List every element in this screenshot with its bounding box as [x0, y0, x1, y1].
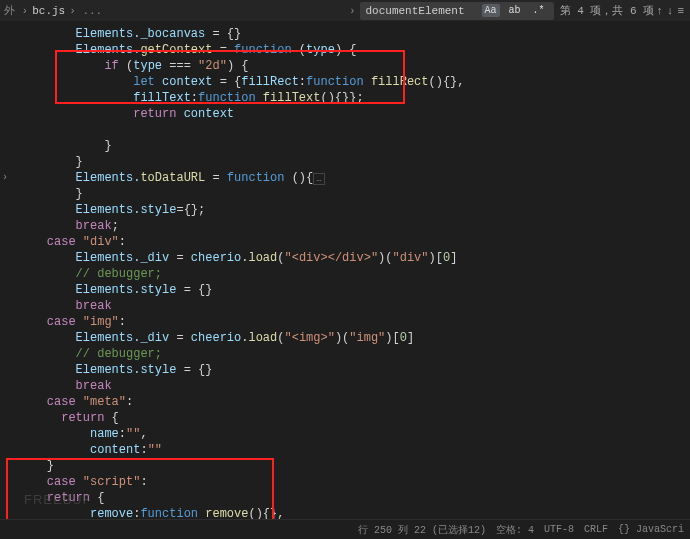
fold-arrow-icon[interactable]: › [2, 170, 8, 186]
chevron-right-icon: › [349, 5, 356, 17]
find-widget: Aa ab .* [360, 2, 554, 20]
breadcrumb-prefix: 外 › [4, 3, 28, 18]
regex-icon[interactable]: .* [530, 4, 548, 17]
status-cursor-pos[interactable]: 行 250 列 22 (已选择12) [358, 523, 486, 537]
code-text: Elements. [18, 27, 140, 41]
breadcrumb-suffix: › ... [69, 5, 102, 17]
statusbar: 行 250 列 22 (已选择12) 空格: 4 UTF-8 CRLF {} J… [0, 519, 690, 539]
status-encoding[interactable]: UTF-8 [544, 524, 574, 535]
match-case-icon[interactable]: Aa [482, 4, 500, 17]
status-language[interactable]: {} JavaScri [618, 524, 684, 535]
code-editor[interactable]: Elements._bocanvas = {} Elements.getCont… [0, 22, 690, 539]
status-spaces[interactable]: 空格: 4 [496, 523, 534, 537]
status-eol[interactable]: CRLF [584, 524, 608, 535]
fold-ellipsis-icon[interactable]: … [313, 173, 324, 185]
next-match-icon[interactable]: ↓ [665, 5, 676, 17]
search-input[interactable] [366, 5, 476, 17]
breadcrumb[interactable]: 外 › bc.js › ... [4, 3, 102, 18]
match-word-icon[interactable]: ab [506, 4, 524, 17]
prev-match-icon[interactable]: ↑ [654, 5, 665, 17]
breadcrumb-file: bc.js [32, 5, 65, 17]
search-results-count: 第 4 项，共 6 项 [560, 3, 655, 18]
menu-icon[interactable]: ≡ [675, 5, 686, 17]
topbar: 外 › bc.js › ... › Aa ab .* 第 4 项，共 6 项 ↑… [0, 0, 690, 22]
